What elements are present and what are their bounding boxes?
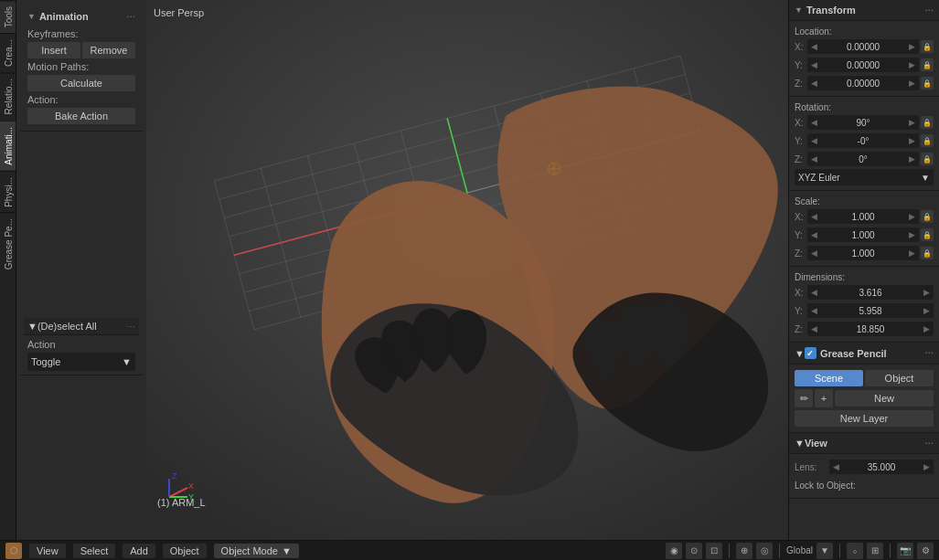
remove-button[interactable]: Remove xyxy=(82,42,135,58)
grease-pencil-checkbox[interactable]: ✓ xyxy=(805,347,816,359)
mode-selector[interactable]: Object Mode ▼ xyxy=(214,544,299,558)
scale-y-left[interactable]: ◀ xyxy=(811,230,817,239)
dim-x-left[interactable]: ◀ xyxy=(811,288,817,297)
location-x-lock[interactable]: 🔒 xyxy=(921,40,934,53)
deselect-header: ▼ (De)select All ⋯ xyxy=(24,318,139,335)
dim-z-right[interactable]: ▶ xyxy=(923,324,930,333)
scale-z-axis: Z: xyxy=(795,248,807,259)
viewport-header: User Persp xyxy=(154,7,204,18)
transform-orient-icon[interactable]: ⊞ xyxy=(867,543,883,559)
separator-3 xyxy=(839,544,840,558)
add-menu-button[interactable]: Add xyxy=(123,544,155,558)
lens-field[interactable]: ◀ 35.000 ▶ xyxy=(829,460,934,474)
object-menu-button[interactable]: Object xyxy=(163,544,207,558)
rotation-mode-dropdown[interactable]: XYZ Euler ▼ xyxy=(795,169,934,185)
dim-z-field[interactable]: ◀ 18.850 ▶ xyxy=(807,322,934,336)
dim-x-field[interactable]: ◀ 3.616 ▶ xyxy=(807,285,934,300)
bake-action-button[interactable]: Bake Action xyxy=(27,108,135,124)
lens-row: Lens: ◀ 35.000 ▶ xyxy=(795,459,934,475)
global-label: Global xyxy=(786,545,813,555)
rotation-x-left[interactable]: ◀ xyxy=(811,118,817,127)
location-z-left[interactable]: ◀ xyxy=(811,79,817,88)
settings-icon[interactable]: ⚙ xyxy=(917,543,934,559)
location-z-field[interactable]: ◀ 0.00000 ▶ xyxy=(807,76,919,90)
tab-relations[interactable]: Relatio... xyxy=(0,72,16,120)
scale-y-lock[interactable]: 🔒 xyxy=(921,228,934,241)
dim-y-right[interactable]: ▶ xyxy=(923,306,930,315)
plus-icon[interactable]: + xyxy=(815,389,833,407)
location-z-lock[interactable]: 🔒 xyxy=(921,77,934,90)
rotation-y-field[interactable]: ◀ -0° ▶ xyxy=(807,133,919,148)
scale-z-field[interactable]: ◀ 1.000 ▶ xyxy=(807,246,919,260)
calculate-button[interactable]: Calculate xyxy=(27,75,135,91)
rotation-x-lock[interactable]: 🔒 xyxy=(921,116,934,129)
svg-text:X: X xyxy=(188,481,194,491)
tab-grease-pencil[interactable]: Grease Pe... xyxy=(0,212,16,275)
dim-y-field[interactable]: ◀ 5.958 ▶ xyxy=(807,303,934,318)
location-y-field[interactable]: ◀ 0.00000 ▶ xyxy=(807,58,919,72)
location-y-left[interactable]: ◀ xyxy=(811,60,817,69)
dim-z-row: Z: ◀ 18.850 ▶ xyxy=(795,321,934,337)
location-x-field[interactable]: ◀ 0.00000 ▶ xyxy=(807,39,919,54)
render-icon[interactable]: 📷 xyxy=(897,543,913,559)
xray-icon[interactable]: ⊡ xyxy=(706,543,722,559)
location-x-left[interactable]: ◀ xyxy=(811,42,817,51)
snap-icon[interactable]: ⊕ xyxy=(736,543,752,559)
scale-z-left[interactable]: ◀ xyxy=(811,248,817,258)
global-arrow[interactable]: ▼ xyxy=(816,543,833,559)
rotation-y-left[interactable]: ◀ xyxy=(811,136,817,145)
location-y-value: 0.00000 xyxy=(817,60,909,70)
scale-x-left[interactable]: ◀ xyxy=(811,212,817,221)
tab-animation[interactable]: Animati... xyxy=(0,121,16,171)
deselect-dots: ⋯ xyxy=(126,322,135,332)
location-z-right[interactable]: ▶ xyxy=(909,79,915,88)
scale-x-right[interactable]: ▶ xyxy=(909,212,915,221)
rotation-y-value: -0° xyxy=(817,136,909,146)
tab-physics[interactable]: Physi... xyxy=(0,171,16,213)
rotation-z-value: 0° xyxy=(817,154,909,164)
location-x-right[interactable]: ▶ xyxy=(909,42,915,51)
location-x-row: X: ◀ 0.00000 ▶ 🔒 xyxy=(795,38,934,55)
scale-y-field[interactable]: ◀ 1.000 ▶ xyxy=(807,227,919,242)
lens-right[interactable]: ▶ xyxy=(923,462,930,471)
scene-button[interactable]: Scene xyxy=(795,370,863,386)
scale-x-field[interactable]: ◀ 1.000 ▶ xyxy=(807,209,919,224)
insert-button[interactable]: Insert xyxy=(27,42,80,58)
tab-create[interactable]: Crea... xyxy=(0,33,16,72)
dim-z-left[interactable]: ◀ xyxy=(811,324,817,333)
scale-x-lock[interactable]: 🔒 xyxy=(921,210,934,223)
scale-z-right[interactable]: ▶ xyxy=(909,248,915,258)
new-row: ✏ + New xyxy=(795,389,934,407)
viewport-overlay-icon[interactable]: ⊙ xyxy=(686,543,702,559)
scale-z-lock[interactable]: 🔒 xyxy=(921,247,934,259)
view-menu-button[interactable]: View xyxy=(29,544,66,558)
rotation-z-left[interactable]: ◀ xyxy=(811,154,817,164)
rotation-x-field[interactable]: ◀ 90° ▶ xyxy=(807,115,919,130)
rotation-z-right[interactable]: ▶ xyxy=(909,154,915,164)
mode-label: Object Mode xyxy=(221,545,278,556)
rotation-x-right[interactable]: ▶ xyxy=(909,118,915,127)
pencil-icon[interactable]: ✏ xyxy=(795,389,813,407)
lens-left[interactable]: ◀ xyxy=(833,462,839,471)
new-button[interactable]: New xyxy=(835,390,934,407)
location-y-right[interactable]: ▶ xyxy=(909,60,915,69)
rotation-y-lock[interactable]: 🔒 xyxy=(921,134,934,147)
tab-tools[interactable]: Tools xyxy=(0,0,16,33)
dim-x-right[interactable]: ▶ xyxy=(923,288,930,297)
rotation-z-lock[interactable]: 🔒 xyxy=(921,153,934,165)
viewport-shading-icon[interactable]: ◉ xyxy=(666,543,682,559)
proportional-icon[interactable]: ◎ xyxy=(756,543,773,559)
dim-x-value: 3.616 xyxy=(817,288,923,298)
rotation-z-field[interactable]: ◀ 0° ▶ xyxy=(807,152,919,166)
new-layer-button[interactable]: New Layer xyxy=(795,410,934,427)
object-gp-button[interactable]: Object xyxy=(865,370,934,386)
select-menu-button[interactable]: Select xyxy=(73,544,116,558)
dim-y-left[interactable]: ◀ xyxy=(811,306,817,315)
location-y-lock[interactable]: 🔒 xyxy=(921,58,934,71)
toggle-dropdown[interactable]: Toggle ▼ xyxy=(27,353,135,371)
viewport[interactable]: User Persp xyxy=(146,0,788,540)
cube-icon[interactable]: ⬡ xyxy=(5,543,22,559)
transform-pivot-icon[interactable]: ⬦ xyxy=(847,543,863,559)
rotation-y-right[interactable]: ▶ xyxy=(909,136,915,145)
scale-y-right[interactable]: ▶ xyxy=(909,230,915,239)
